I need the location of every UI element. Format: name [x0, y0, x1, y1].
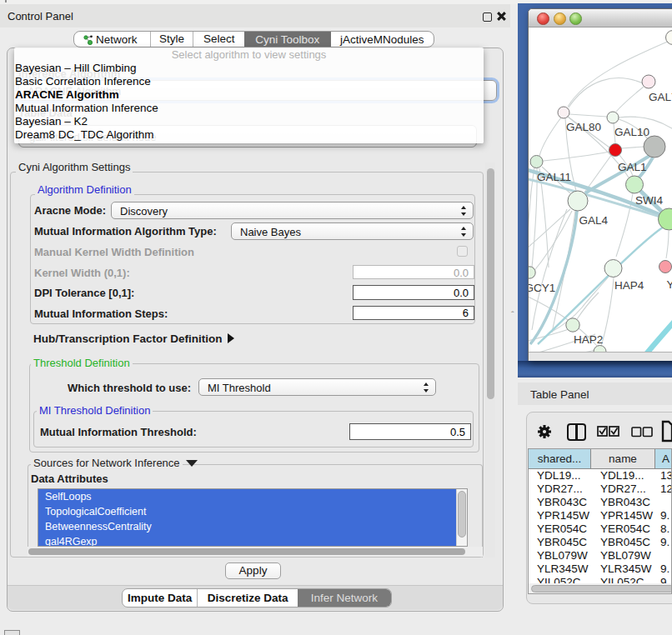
svg-text:GAL80: GAL80: [566, 121, 601, 133]
svg-text:GAL7: GAL7: [649, 91, 672, 103]
svg-text:SWI4: SWI4: [635, 194, 663, 207]
svg-text:GAL4: GAL4: [579, 214, 609, 227]
svg-text:YD: YD: [667, 278, 672, 291]
svg-text:HAP2: HAP2: [574, 333, 603, 346]
svg-text:GAL10: GAL10: [614, 126, 649, 138]
svg-text:GAL1: GAL1: [618, 161, 647, 173]
svg-text:GAL11: GAL11: [537, 171, 571, 183]
svg-text:HAP4: HAP4: [614, 279, 644, 292]
svg-text:GCY1: GCY1: [529, 282, 555, 294]
